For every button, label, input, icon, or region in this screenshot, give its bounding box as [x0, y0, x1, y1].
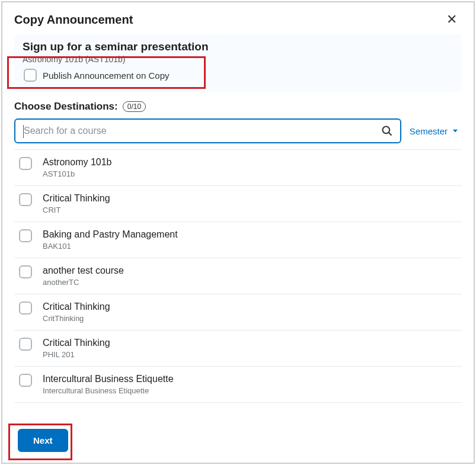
course-checkbox[interactable]	[19, 193, 32, 206]
course-item[interactable]: another test courseanotherTC	[14, 258, 462, 294]
publish-on-copy-label: Publish Announcement on Copy	[43, 70, 169, 81]
announcement-summary: Sign up for a seminar presentation Astro…	[14, 34, 462, 92]
announcement-title: Sign up for a seminar presentation	[23, 40, 453, 53]
course-code: Intercultural Business Etiquette	[43, 386, 174, 395]
search-input[interactable]	[23, 125, 381, 137]
course-text: Intercultural Business EtiquetteIntercul…	[43, 374, 174, 395]
destinations-section: Choose Destinations: 0/10 Semester	[2, 95, 474, 421]
copy-announcement-dialog: Copy Announcement ✕ Sign up for a semina…	[1, 1, 475, 464]
search-field-wrap[interactable]	[14, 118, 401, 143]
course-name: Intercultural Business Etiquette	[43, 374, 174, 384]
course-item[interactable]: Critical ThinkingCRIT	[14, 186, 462, 222]
announcement-course: Astronomy 101b (AST101b)	[23, 54, 453, 64]
course-name: Critical Thinking	[43, 302, 110, 312]
course-text: Critical ThinkingPHIL 201	[43, 338, 110, 359]
course-name: Critical Thinking	[43, 193, 110, 204]
semester-filter-label: Semester	[410, 126, 448, 136]
dialog-header: Copy Announcement ✕	[2, 2, 474, 34]
course-code: BAK101	[43, 242, 178, 251]
svg-point-0	[382, 127, 389, 134]
svg-line-1	[389, 133, 392, 136]
destinations-count-badge: 0/10	[123, 101, 146, 112]
course-item[interactable]: Intercultural Business EtiquetteIntercul…	[14, 367, 462, 403]
course-item[interactable]: Critical ThinkingCritThinking	[14, 294, 462, 331]
course-item[interactable]: Baking and Pastry ManagementBAK101	[14, 222, 462, 258]
search-row: Semester	[14, 118, 462, 143]
course-list[interactable]: Astronomy 101bAST101bCritical ThinkingCR…	[14, 149, 462, 421]
course-item[interactable]: Astronomy 101bAST101b	[14, 149, 462, 186]
course-code: CRIT	[43, 206, 110, 214]
destinations-label: Choose Destinations:	[14, 101, 118, 113]
course-checkbox[interactable]	[19, 157, 32, 170]
dialog-title: Copy Announcement	[14, 13, 133, 27]
course-text: Critical ThinkingCRIT	[43, 193, 110, 214]
course-name: another test course	[43, 265, 124, 276]
course-list-container: Astronomy 101bAST101bCritical ThinkingCR…	[14, 149, 462, 421]
course-checkbox[interactable]	[19, 265, 32, 278]
chevron-down-icon	[451, 127, 459, 135]
publish-on-copy-row: Publish Announcement on Copy	[23, 64, 453, 84]
course-checkbox[interactable]	[19, 229, 32, 242]
search-icon	[381, 125, 393, 137]
semester-filter[interactable]: Semester	[410, 126, 462, 136]
course-text: Baking and Pastry ManagementBAK101	[43, 229, 178, 251]
course-name: Astronomy 101b	[43, 157, 112, 168]
publish-on-copy-checkbox[interactable]	[24, 69, 37, 82]
text-cursor	[23, 125, 24, 138]
course-name: Critical Thinking	[43, 338, 110, 348]
course-checkbox[interactable]	[19, 374, 32, 387]
close-button[interactable]: ✕	[442, 11, 462, 28]
dialog-footer: Next	[2, 421, 474, 463]
close-icon: ✕	[446, 12, 457, 27]
course-checkbox[interactable]	[19, 338, 32, 351]
course-text: Critical ThinkingCritThinking	[43, 302, 110, 323]
course-code: AST101b	[43, 169, 112, 178]
course-code: PHIL 201	[43, 350, 110, 359]
course-code: anotherTC	[43, 278, 124, 287]
course-item[interactable]: Critical ThinkingPHIL 201	[14, 331, 462, 367]
course-name: Baking and Pastry Management	[43, 229, 178, 240]
course-code: CritThinking	[43, 314, 110, 323]
course-text: Astronomy 101bAST101b	[43, 157, 112, 178]
course-text: another test courseanotherTC	[43, 265, 124, 287]
destinations-header: Choose Destinations: 0/10	[14, 101, 462, 113]
course-checkbox[interactable]	[19, 302, 32, 315]
next-button[interactable]: Next	[18, 429, 68, 452]
